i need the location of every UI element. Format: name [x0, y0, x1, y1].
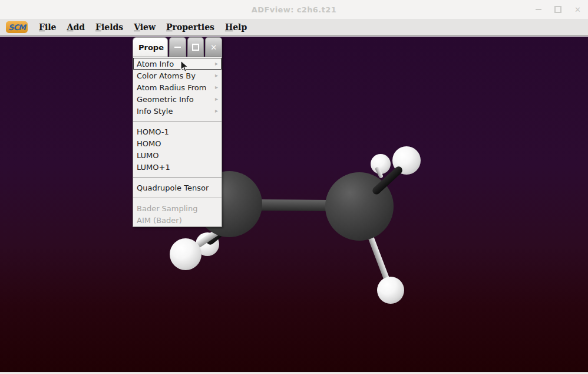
menu-item-lumo[interactable]: LUMO [133, 149, 222, 161]
menu-item-homo-1[interactable]: HOMO-1 [133, 126, 222, 137]
close-icon: ✕ [210, 44, 217, 51]
atom-H-h5[interactable] [377, 277, 404, 304]
menu-item-lumo-1[interactable]: LUMO+1 [133, 161, 222, 173]
properties-window-controls: ✕ [168, 37, 222, 57]
menubar: SCM File Add Fields View Properties Help [0, 19, 588, 36]
submenu-arrow-icon: ▸ [215, 73, 218, 78]
maximize-button[interactable] [187, 37, 204, 57]
menu-item-atom-info[interactable]: Atom Info▸ [133, 58, 222, 70]
window-title: ADFview: c2h6.t21 [252, 5, 336, 14]
menu-separator [133, 121, 222, 122]
menu-item-atom-radius-from[interactable]: Atom Radius From▸ [133, 81, 222, 93]
menu-item-aim-bader: AIM (Bader) [133, 214, 222, 226]
mouse-cursor-icon [180, 60, 190, 73]
menu-item-homo[interactable]: HOMO [133, 137, 222, 149]
menu-add[interactable]: Add [67, 22, 85, 32]
menu-properties[interactable]: Properties [166, 22, 214, 32]
menu-item-label: HOMO [137, 139, 218, 148]
submenu-arrow-icon: ▸ [215, 108, 218, 114]
menu-item-label: Geometric Info [137, 95, 215, 104]
minimize-icon[interactable] [536, 9, 541, 10]
adfview-window: ADFview: c2h6.t21 ✕ SCM File Add Fields … [0, 0, 588, 374]
properties-menu-list: Atom Info▸Color Atoms By▸Atom Radius Fro… [133, 57, 222, 227]
menubar-items: File Add Fields View Properties Help [39, 22, 247, 32]
minimize-icon [174, 47, 181, 48]
menu-view[interactable]: View [134, 22, 156, 32]
menu-item-label: LUMO+1 [137, 163, 218, 172]
menu-item-label: Info Style [137, 107, 215, 116]
menu-item-label: Atom Info [137, 60, 215, 68]
menu-help[interactable]: Help [225, 22, 247, 32]
menu-item-label: Color Atoms By [137, 71, 215, 80]
menu-separator [133, 198, 222, 198]
menu-separator [133, 177, 222, 178]
maximize-icon[interactable] [554, 6, 561, 13]
bond-c1-c2 [262, 199, 328, 211]
submenu-arrow-icon: ▸ [215, 84, 218, 90]
maximize-icon [192, 44, 199, 51]
close-icon[interactable]: ✕ [574, 6, 581, 14]
menu-item-color-atoms-by[interactable]: Color Atoms By▸ [133, 70, 222, 81]
menu-item-quadrupole-tensor[interactable]: Quadrupole Tensor [133, 182, 222, 193]
properties-window-title[interactable]: Prope [133, 37, 168, 57]
properties-window-titlebar[interactable]: Prope ✕ [133, 37, 222, 57]
menu-item-bader-sampling: Bader Sampling [133, 202, 222, 214]
minimize-button[interactable] [169, 37, 186, 57]
properties-float-window: Prope ✕ Atom Info▸Color Atoms By▸Atom Ra… [133, 37, 222, 227]
menu-item-label: HOMO-1 [137, 127, 218, 136]
menu-item-label: AIM (Bader) [137, 216, 218, 225]
menu-item-label: Quadrupole Tensor [137, 183, 218, 192]
scm-logo: SCM [6, 21, 28, 33]
submenu-arrow-icon: ▸ [215, 61, 218, 67]
menu-item-info-style[interactable]: Info Style▸ [133, 105, 222, 117]
menu-item-geometric-info[interactable]: Geometric Info▸ [133, 93, 222, 105]
menu-file[interactable]: File [39, 22, 57, 32]
close-button[interactable]: ✕ [205, 37, 222, 57]
window-controls: ✕ [536, 0, 581, 19]
menu-item-label: Bader Sampling [137, 204, 218, 213]
menu-item-label: Atom Radius From [137, 83, 215, 92]
molecule-viewport[interactable]: Prope ✕ Atom Info▸Color Atoms By▸Atom Ra… [0, 37, 588, 374]
menu-fields[interactable]: Fields [95, 22, 123, 32]
submenu-arrow-icon: ▸ [215, 96, 218, 102]
window-titlebar: ADFview: c2h6.t21 ✕ [0, 0, 588, 19]
atom-H-h1[interactable] [170, 238, 201, 270]
menu-item-label: LUMO [137, 151, 218, 160]
